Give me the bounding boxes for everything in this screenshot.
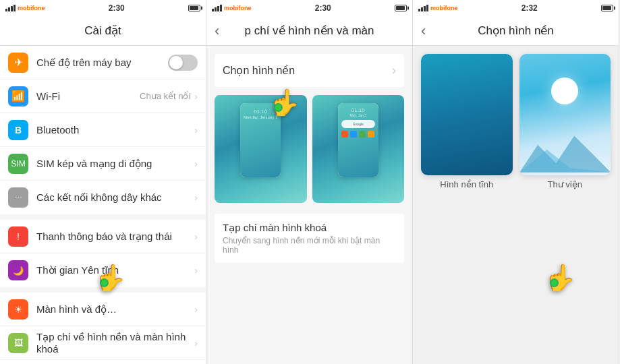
homescreen-phone-mock: 01:10 Mon. Jan 3 Google [338,103,378,177]
settings-panel: mobifone 2:30 Cài đặt ✈ Chế độ trên máy … [0,0,206,364]
status-time-3: 2:32 [522,3,538,13]
settings-item-airplane[interactable]: ✈ Chế độ trên máy bay [0,46,206,80]
wallpaper-previews: 01:10 Monday, January 1 01:10 Mon. Jan 3 [215,95,404,203]
wallpaper-icon: 🖼 [8,333,28,353]
display-icon: ☀ [8,299,28,320]
display-chevron-icon: › [194,304,198,315]
status-bar-1: mobifone 2:30 [0,0,206,16]
bluetooth-label: Bluetooth [36,124,194,135]
wifi-label: Wi-Fi [36,90,140,102]
top-bar-1: Cài đặt [0,16,206,46]
battery-icon-2 [395,5,407,11]
battery-icon-3 [601,5,613,11]
choose-wallpaper-row[interactable]: Chọn hình nền › [215,54,404,87]
sim-icon: SIM [8,154,28,174]
choose-wallpaper-label: Chọn hình nền [223,64,392,77]
connections-icon: ⋯ [8,187,28,208]
status-time-1: 2:30 [109,3,125,13]
magazine-desc: Chuyển sang hình nền mới mỗi khi bật màn… [223,236,396,255]
signal-icon [5,5,16,11]
settings-item-bluetooth[interactable]: B Bluetooth › [0,113,206,147]
gallery-wallpaper-thumb [519,54,611,175]
signal-icon-2 [212,5,222,11]
app-icon-3 [359,131,366,138]
top-bar-3: ‹ Chọn hình nền [413,16,619,46]
bluetooth-icon: B [8,120,28,140]
status-left-2: mobifone [212,5,252,11]
choose-wallpaper-panel: mobifone 2:32 ‹ Chọn hình nền Hình nền t… [413,0,619,364]
status-left-3: mobifone [418,5,458,11]
status-right-1 [188,5,200,11]
wifi-value: Chưa kết nối [140,91,190,101]
gallery-wallpaper-label: Thư viện [548,179,582,189]
battery-icon-1 [188,5,200,11]
wifi-icon: 📶 [8,86,28,107]
static-wallpaper-thumb [421,54,513,175]
settings-group-notifications: ! Thanh thông báo và trạng thái › 🌙 Thời… [0,220,206,287]
settings-list: ✈ Chế độ trên máy bay 📶 Wi-Fi Chưa kết n… [0,46,206,364]
status-bar-2: mobifone 2:30 [206,0,412,16]
quiet-label: Thời gian Yên tĩnh [36,264,194,276]
wallpaper-options-content: Hình nền tĩnh Thư viện [413,46,619,364]
app-icon-2 [350,131,357,138]
phone-google: Google [353,122,364,126]
airplane-label: Chế độ trên máy bay [36,57,168,69]
wallpaper-content: Chọn hình nền › 01:10 Monday, January 1 [206,46,412,364]
settings-group-connectivity: ✈ Chế độ trên máy bay 📶 Wi-Fi Chưa kết n… [0,46,206,214]
display-label: Màn hình và độ… [36,303,194,315]
lockscreen-preview[interactable]: 01:10 Monday, January 1 [215,95,307,203]
phone-time-2: 01:10 [351,107,365,113]
quiet-chevron-icon: › [194,265,198,276]
choose-wallpaper-chevron-icon: › [392,63,396,78]
back-button-3[interactable]: ‹ [421,22,426,40]
app-icon-4 [368,131,374,138]
wallpaper-label: Tạp chí về hình nền và màn hình khoá [36,331,194,355]
status-right-2 [395,5,407,11]
settings-item-notification[interactable]: ! Thanh thông báo và trạng thái › [0,220,206,253]
homescreen-preview[interactable]: 01:10 Mon. Jan 3 Google [312,95,405,203]
settings-item-quiet[interactable]: 🌙 Thời gian Yên tĩnh › [0,253,206,287]
carrier-name-1: mobifone [18,5,45,11]
static-wallpaper-label: Hình nền tĩnh [440,179,493,189]
carrier-name-3: mobifone [430,5,458,11]
connections-chevron-icon: › [194,192,198,203]
carrier-name-2: mobifone [224,5,252,11]
sim-label: SIM kép và mạng di động [36,158,194,170]
back-button-2[interactable]: ‹ [215,22,219,40]
status-right-3 [601,5,613,11]
page-title-3: Chọn hình nền [478,24,554,38]
wallpaper-option-static[interactable]: Hình nền tĩnh [421,54,513,189]
settings-item-wifi[interactable]: 📶 Wi-Fi Chưa kết nối › [0,80,206,113]
settings-item-wallpaper[interactable]: 🖼 Tạp chí về hình nền và màn hình khoá › [0,326,206,360]
status-bar-3: mobifone 2:32 [413,0,619,16]
sim-chevron-icon: › [194,158,198,169]
connections-label: Các kết nối không dây khác [36,191,194,204]
page-title-2: p chí về hình nền và màn [245,24,374,38]
signal-icon-3 [418,5,428,11]
quiet-icon: 🌙 [8,260,28,280]
lockscreen-magazine-item[interactable]: Tạp chí màn hình khoá Chuyển sang hình n… [215,214,404,263]
top-bar-2: ‹ p chí về hình nền và màn [206,16,412,46]
status-time-2: 2:30 [315,3,331,13]
app-icon-1 [341,131,348,138]
wifi-chevron-icon: › [194,91,198,102]
wallpaper-options-grid: Hình nền tĩnh Thư viện [421,54,611,189]
settings-group-display: ☀ Màn hình và độ… › 🖼 Tạp chí về hình nề… [0,293,206,364]
status-left-1: mobifone [5,5,45,11]
settings-item-display[interactable]: ☀ Màn hình và độ… › [0,293,206,326]
phone-statusbar: 01:10 [254,109,267,115]
wallpaper-settings-panel: mobifone 2:30 ‹ p chí về hình nền và màn… [206,0,413,364]
airplane-toggle[interactable] [168,55,198,71]
lockscreen-phone-mock: 01:10 Monday, January 1 [240,103,281,177]
phone-date: Monday, January 1 [244,115,278,119]
bluetooth-chevron-icon: › [194,125,198,135]
magazine-title: Tạp chí màn hình khoá [223,222,396,234]
airplane-icon: ✈ [8,53,28,73]
notification-icon: ! [8,226,28,247]
settings-item-connections[interactable]: ⋯ Các kết nối không dây khác › [0,181,206,214]
moon-decoration [551,78,578,104]
settings-item-sound[interactable]: 🔊 Âm thanh và rung… › [0,360,206,364]
mountain-svg [519,115,611,175]
wallpaper-option-gallery[interactable]: Thư viện [519,54,611,189]
settings-item-sim[interactable]: SIM SIM kép và mạng di động › [0,147,206,181]
